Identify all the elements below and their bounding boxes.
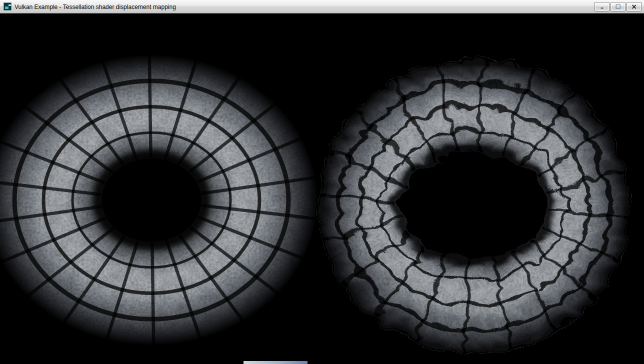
app-icon-glyph [5, 6, 8, 9]
maximize-button[interactable]: □ [610, 2, 626, 12]
close-icon: × [631, 3, 637, 10]
app-icon [4, 2, 12, 10]
render-viewport[interactable] [0, 14, 644, 364]
maximize-icon: □ [616, 4, 620, 9]
render-canvas [0, 14, 644, 364]
titlebar[interactable]: Vulkan Example - Tessellation shader dis… [0, 0, 644, 14]
window-controls: – □ × [594, 2, 642, 12]
desktop-artifact [244, 361, 308, 364]
minimize-button[interactable]: – [594, 2, 610, 12]
window-title: Vulkan Example - Tessellation shader dis… [14, 3, 592, 10]
close-button[interactable]: × [626, 2, 642, 12]
app-window: Vulkan Example - Tessellation shader dis… [0, 0, 644, 364]
minimize-icon: – [600, 5, 604, 11]
